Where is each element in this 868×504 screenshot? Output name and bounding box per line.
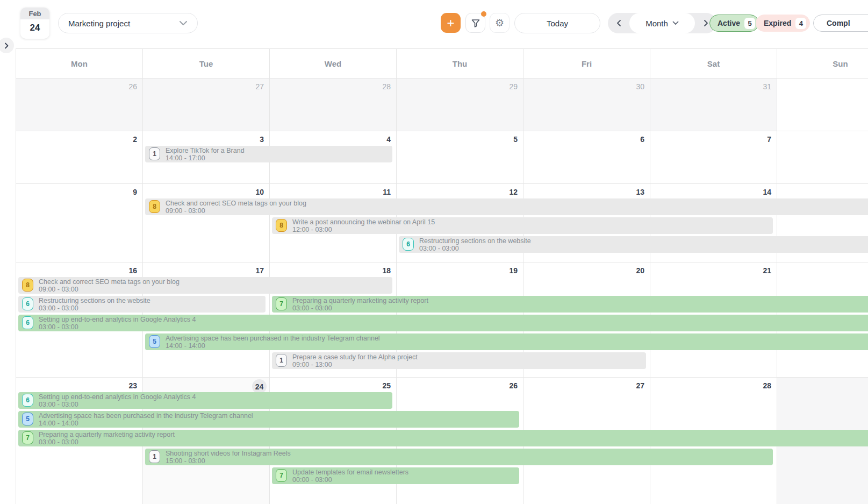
event-bar[interactable]: 5Advertising space has been purchased in… [18, 411, 519, 428]
event-title: Restructuring sections on the website [419, 237, 868, 245]
settings-button[interactable]: ⚙ [490, 13, 510, 33]
event-title: Setting up end-to-end analytics in Googl… [39, 316, 868, 323]
event-time: 03:00 - 03:00 [39, 401, 392, 408]
day-cell-6[interactable]: 6 [523, 131, 650, 183]
day-cell-5[interactable]: 5 [396, 131, 523, 183]
day-cell-9[interactable]: 9 [16, 184, 142, 262]
filter-completed-pill[interactable]: Compl [813, 15, 868, 32]
event-count-badge: 8 [149, 200, 160, 213]
weekday-header-tue: Tue [142, 49, 269, 78]
event-text: Setting up end-to-end analytics in Googl… [39, 392, 392, 408]
day-number: 25 [382, 381, 391, 390]
day-cell-10[interactable]: 10 [142, 184, 269, 262]
event-title: Shooting short videos for Instagram Reel… [166, 450, 773, 457]
event-text: Setting up end-to-end analytics in Googl… [39, 315, 868, 331]
weekday-header-sat: Sat [650, 49, 777, 78]
view-mode-label: Month [645, 19, 668, 28]
event-time: 14:00 - 17:00 [166, 154, 392, 162]
day-number: 2 [133, 135, 137, 144]
view-mode-dropdown[interactable]: Month [629, 13, 695, 33]
event-bar[interactable]: 7Update templates for email newsletters0… [272, 467, 519, 484]
plus-icon: + [447, 16, 454, 31]
day-cell-7[interactable]: 7 [650, 131, 777, 183]
day-number: 11 [383, 188, 391, 196]
event-time: 14:00 - 14:00 [166, 342, 868, 350]
event-bar[interactable]: 1Prepare a case study for the Alpha proj… [272, 352, 646, 369]
day-cell-28[interactable]: 28 [269, 79, 396, 131]
event-time: 03:00 - 03:00 [39, 323, 868, 331]
period-navigation: Month [608, 13, 716, 33]
day-number: 10 [255, 188, 264, 196]
week-row: 23456781Explore TikTok for a Brand14:00 … [16, 131, 868, 184]
event-bar[interactable]: 8Write a post announcing the webinar on … [272, 217, 773, 234]
event-bar[interactable]: 6Setting up end-to-end analytics in Goog… [18, 392, 392, 409]
event-text: Check and correct SEO meta tags on your … [39, 277, 392, 293]
event-time: 09:00 - 03:00 [39, 286, 392, 293]
add-event-button[interactable]: + [441, 13, 461, 33]
calendar-app: Feb 24 Marketing project + ⚙ Today Month [0, 0, 868, 504]
event-text: Prepare a case study for the Alpha proje… [292, 352, 646, 368]
filter-expired-pill[interactable]: Expired 4 [756, 15, 810, 32]
event-bar[interactable]: 1Shooting short videos for Instagram Ree… [145, 449, 773, 465]
day-number: 5 [513, 135, 518, 144]
event-count-badge: 1 [149, 147, 160, 160]
event-text: Shooting short videos for Instagram Reel… [166, 449, 773, 465]
day-number: 26 [128, 82, 137, 91]
event-title: Write a post announcing the webinar on A… [292, 218, 773, 226]
event-bar[interactable]: 6Restructuring sections on the website03… [399, 236, 868, 253]
day-cell-26[interactable]: 26 [16, 79, 142, 131]
day-cell-1[interactable]: 1 [777, 79, 868, 131]
project-selector-dropdown[interactable]: Marketing project [58, 13, 198, 33]
day-cell-8[interactable]: 8 [777, 131, 868, 183]
day-number: 18 [382, 266, 391, 275]
day-cell-27[interactable]: 27 [142, 79, 269, 131]
day-number: 26 [509, 381, 518, 390]
event-time: 03:00 - 03:00 [292, 304, 868, 312]
project-selector-label: Marketing project [68, 19, 130, 28]
day-number: 4 [386, 135, 391, 144]
today-button[interactable]: Today [514, 13, 600, 33]
event-count-badge: 6 [403, 238, 414, 251]
filter-active-pill[interactable]: Active 5 [709, 15, 759, 32]
event-bar[interactable]: 6Restructuring sections on the website03… [18, 296, 266, 313]
event-text: Update templates for email newsletters00… [292, 467, 519, 484]
event-title: Advertising space has been purchased in … [39, 412, 519, 420]
event-title: Check and correct SEO meta tags on your … [166, 200, 868, 207]
day-cell-30[interactable]: 30 [523, 79, 650, 131]
current-month-label: Feb [20, 8, 49, 19]
event-text: Check and correct SEO meta tags on your … [166, 198, 868, 215]
event-bar[interactable]: 8Check and correct SEO meta tags on your… [145, 198, 868, 215]
today-circle: 24 [252, 379, 267, 394]
event-bar[interactable]: 1Explore TikTok for a Brand14:00 - 17:00 [145, 146, 392, 162]
previous-period-button[interactable] [608, 13, 629, 33]
calendar-weeks: 262728293031123456781Explore TikTok for … [16, 79, 868, 504]
event-text: Preparing a quarterly marketing activity… [292, 296, 868, 312]
day-cell-29[interactable]: 29 [396, 79, 523, 131]
day-cell-31[interactable]: 31 [650, 79, 777, 131]
event-text: Advertising space has been purchased in … [166, 333, 868, 350]
event-time: 03:00 - 03:00 [39, 438, 868, 446]
event-bar[interactable]: 5Advertising space has been purchased in… [145, 333, 868, 350]
event-count-badge: 7 [22, 431, 33, 444]
filter-button[interactable] [465, 13, 485, 33]
event-bar[interactable]: 7Preparing a quarterly marketing activit… [18, 430, 868, 446]
event-bar[interactable]: 7Preparing a quarterly marketing activit… [272, 296, 868, 313]
event-time: 15:00 - 03:00 [166, 457, 773, 465]
event-count-badge: 5 [22, 413, 33, 425]
day-number: 29 [509, 82, 518, 91]
day-number: 6 [640, 135, 644, 144]
day-number: 7 [767, 135, 771, 144]
weekday-header-row: MonTueWedThuFriSatSun [16, 49, 868, 79]
event-time: 09:00 - 13:00 [292, 361, 646, 368]
day-cell-2[interactable]: 2 [16, 131, 142, 183]
chevron-right-icon [4, 42, 9, 49]
event-bar[interactable]: 6Setting up end-to-end analytics in Goog… [18, 315, 868, 331]
weekday-header-wed: Wed [269, 49, 396, 78]
event-time: 14:00 - 14:00 [39, 420, 519, 427]
event-count-badge: 7 [276, 297, 287, 310]
event-time: 03:00 - 03:00 [419, 245, 868, 252]
event-title: Preparing a quarterly marketing activity… [292, 297, 868, 304]
sidebar-expand-button[interactable] [0, 38, 14, 53]
filter-expired-label: Expired [764, 19, 791, 27]
event-bar[interactable]: 8Check and correct SEO meta tags on your… [18, 277, 392, 294]
